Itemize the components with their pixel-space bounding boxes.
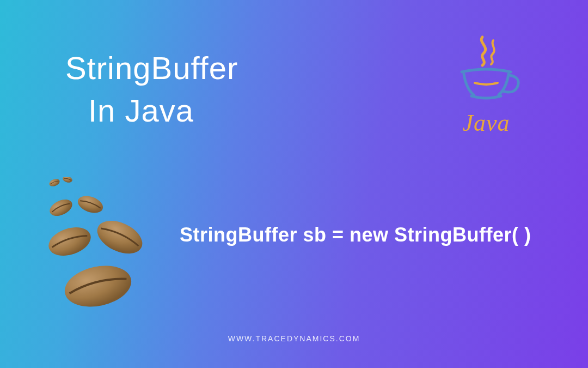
- java-cup-icon: [445, 34, 527, 105]
- page-title: StringBuffer In Java: [65, 47, 238, 132]
- java-logo: Java: [445, 34, 527, 132]
- svg-point-4: [45, 222, 95, 261]
- title-line-2: In Java: [65, 89, 238, 132]
- svg-point-5: [92, 214, 148, 260]
- svg-point-1: [62, 177, 73, 184]
- svg-point-2: [47, 196, 75, 219]
- svg-point-0: [48, 178, 61, 188]
- svg-point-6: [61, 260, 135, 312]
- java-logo-text: Java: [445, 109, 527, 137]
- coffee-beans-icon: [38, 177, 180, 313]
- svg-point-3: [76, 193, 106, 216]
- title-line-1: StringBuffer: [65, 47, 238, 89]
- footer-url: WWW.TRACEDYNAMICS.COM: [228, 334, 360, 343]
- code-snippet: StringBuffer sb = new StringBuffer( ): [180, 224, 531, 246]
